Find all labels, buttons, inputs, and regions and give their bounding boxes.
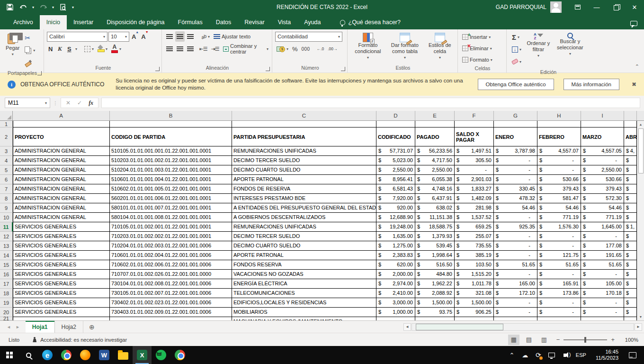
cell-G2[interactable]: ENERO [494, 127, 537, 146]
cell-H5[interactable]: $- [537, 165, 581, 175]
align-left-button[interactable] [165, 44, 174, 54]
cell-G3[interactable]: $3,787.98 [494, 146, 537, 156]
cell-I8[interactable]: $572.30 [581, 194, 624, 203]
cell-E8[interactable]: $6,437.91 [415, 194, 455, 203]
cell-G5[interactable]: $- [494, 165, 537, 175]
cell-H21[interactable] [537, 317, 581, 320]
taskbar-browser-2[interactable] [170, 346, 189, 364]
zoom-out-icon[interactable]: − [556, 336, 560, 343]
align-middle-button[interactable] [175, 31, 185, 42]
column-header-F[interactable]: F [455, 111, 494, 121]
cell-H2[interactable]: FEBRERO [537, 127, 581, 146]
cell-C18[interactable]: TELECOMUNICACIONES [232, 289, 376, 298]
cell-A7[interactable]: ADMINISTRACION GENERAL [13, 184, 110, 194]
cell-B14[interactable]: 710601.01.01.002.004.01.22.001.001.0006 [110, 251, 232, 260]
cell-C17[interactable]: ENERGÍA ELÉCTRICA [232, 279, 376, 289]
column-header-D[interactable]: D [376, 111, 415, 121]
increase-decimal-button[interactable]: ←.0 [315, 44, 326, 54]
bold-button[interactable]: N [47, 44, 55, 54]
cell-F11[interactable]: $659.25 [455, 222, 494, 232]
cell-E20[interactable]: $93.75 [415, 308, 455, 317]
cell-I9[interactable]: $54.46 [581, 203, 624, 213]
cell-E9[interactable]: $638.02 [415, 203, 455, 213]
font-name-combo[interactable]: Calibri▾ [47, 32, 107, 42]
cell-D14[interactable]: $2,383.83 [376, 251, 415, 260]
decrease-indent-button[interactable]: ⇤☰ [198, 44, 209, 54]
clear-button[interactable]: ▾ [510, 56, 523, 67]
horizontal-scrollbar[interactable]: ◄ ► [403, 321, 644, 333]
cell-B21[interactable] [110, 317, 232, 320]
row-header-6[interactable]: 6 [0, 175, 13, 184]
zoom-level[interactable]: 100% [621, 337, 638, 343]
cell-F15[interactable]: $103.50 [455, 260, 494, 270]
cell-I6[interactable]: $530.66 [581, 175, 624, 184]
cell-J4[interactable]: $ [624, 156, 637, 165]
cell-A16[interactable]: SERVICIOS GENERALES [13, 270, 110, 279]
cell-B5[interactable]: 510204.01.01.001.003.01.22.001.001.0001 [110, 165, 232, 175]
cell-E5[interactable]: $2,550.00 [415, 165, 455, 175]
cell-F7[interactable]: $1,833.27 [455, 184, 494, 194]
number-format-combo[interactable]: Contabilidad▾ [275, 32, 342, 42]
cell-I2[interactable]: MARZO [581, 127, 624, 146]
cell-H4[interactable]: $- [537, 156, 581, 165]
cell-F6[interactable]: $2,901.03 [455, 175, 494, 184]
sheet-nav-prev-icon[interactable]: ◄ [7, 325, 11, 329]
cell-J16[interactable]: $ [624, 270, 637, 279]
volume-icon[interactable] [559, 346, 571, 364]
cell-C5[interactable]: DECIMO CUARTO SUELDO [232, 165, 376, 175]
cell-J6[interactable]: $ [624, 175, 637, 184]
cell-B1[interactable] [110, 121, 232, 127]
insert-cells-button[interactable]: Insertar▾ [461, 32, 504, 42]
dismiss-warning-icon[interactable]: ✖ [630, 81, 638, 88]
collapse-ribbon-icon[interactable]: ⌃ [635, 64, 639, 70]
cell-F16[interactable]: $1,515.20 [455, 270, 494, 279]
cell-B19[interactable]: 730402.01.01.002.023.01.22.001.001.0006 [110, 298, 232, 308]
cell-I4[interactable]: $- [581, 156, 624, 165]
cell-I21[interactable] [581, 317, 624, 320]
column-header-A[interactable]: A [13, 111, 110, 121]
paste-button[interactable]: Pegar ▾ [3, 31, 22, 58]
tab-archivo[interactable]: Archivo [7, 15, 40, 29]
row-header-4[interactable]: 4 [0, 156, 13, 165]
get-office-button[interactable]: Obtenga Office auténtico [478, 79, 554, 90]
sheet-tab-hoja1[interactable]: Hoja1 [26, 321, 55, 333]
cell-I10[interactable]: $771.19 [581, 213, 624, 222]
cell-I1[interactable] [581, 121, 624, 127]
cell-H19[interactable]: $- [537, 298, 581, 308]
cell-H1[interactable] [537, 121, 581, 127]
italic-button[interactable]: K [56, 44, 65, 54]
cell-D4[interactable]: $5,023.00 [376, 156, 415, 165]
cell-F4[interactable]: $305.50 [455, 156, 494, 165]
format-cells-button[interactable]: Formato▾ [461, 55, 504, 65]
cell-A19[interactable]: SERVICIOS GENERALES [13, 298, 110, 308]
insert-function-icon[interactable]: fx [89, 100, 93, 107]
cell-C3[interactable]: REMUNERACIONES UNIFICADAS [232, 146, 376, 156]
cell-G12[interactable]: $- [494, 232, 537, 241]
cell-J20[interactable]: $ [624, 308, 637, 317]
cell-B18[interactable]: 730105.01.01.002.007.01.22.001.001.0006 [110, 289, 232, 298]
comma-style-button[interactable]: 000 [300, 44, 311, 54]
cell-D11[interactable]: $19,248.00 [376, 222, 415, 232]
taskbar-spotify[interactable] [152, 346, 170, 364]
formula-input[interactable] [101, 98, 640, 108]
cell-J5[interactable]: $ [624, 165, 637, 175]
taskbar-chrome[interactable] [57, 346, 76, 364]
cell-A18[interactable]: SERVICIOS GENERALES [13, 289, 110, 298]
cell-F13[interactable]: $735.55 [455, 241, 494, 251]
cell-C10[interactable]: A GOBIERNOS DESCENTRALIZADOS [232, 213, 376, 222]
cell-H7[interactable]: $379.43 [537, 184, 581, 194]
cell-H3[interactable]: $4,557.07 [537, 146, 581, 156]
cell-H6[interactable]: $530.66 [537, 175, 581, 184]
cell-E1[interactable] [415, 121, 455, 127]
cell-I16[interactable]: $- [581, 270, 624, 279]
wrap-text-button[interactable]: Ajustar texto [212, 31, 252, 42]
zoom-slider[interactable] [564, 339, 607, 340]
cell-G18[interactable]: $172.10 [494, 289, 537, 298]
avatar[interactable] [550, 1, 562, 13]
scroll-left-icon[interactable]: ◄ [403, 323, 411, 331]
account-name[interactable]: GAD PARROQUIAL [496, 4, 546, 10]
cell-C14[interactable]: APORTE PATRONAL [232, 251, 376, 260]
row-header-3[interactable]: 3 [0, 146, 13, 156]
cell-H11[interactable]: $1,576.30 [537, 222, 581, 232]
cell-C9[interactable]: A ENTIDADES DEL PRESUPUESTO GENERAL DEL … [232, 203, 376, 213]
